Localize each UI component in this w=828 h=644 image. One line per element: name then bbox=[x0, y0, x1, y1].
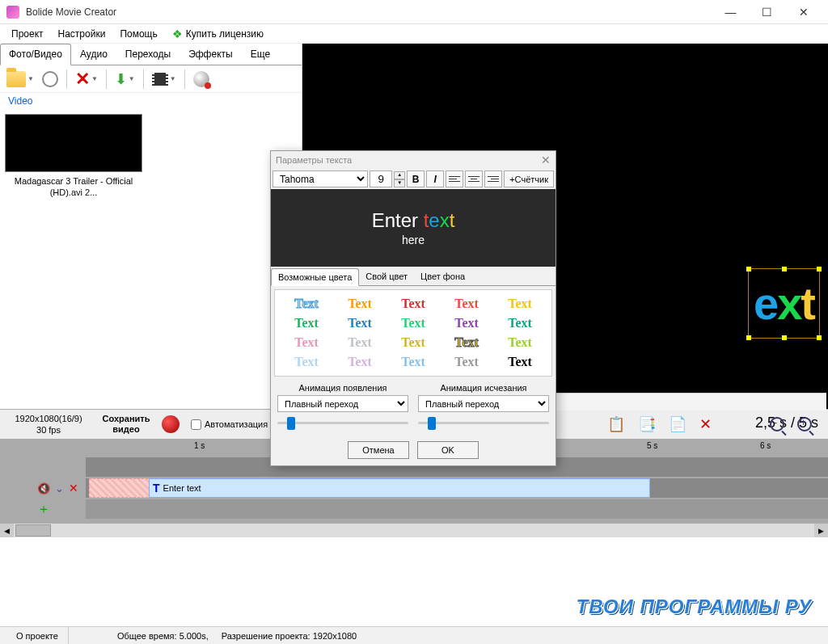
color-swatch[interactable]: Text bbox=[495, 335, 545, 350]
tab-color-presets[interactable]: Возможные цвета bbox=[271, 268, 359, 286]
scroll-right-button[interactable]: ▶ bbox=[814, 524, 828, 537]
tab-more[interactable]: Еще bbox=[242, 44, 279, 65]
menu-help[interactable]: Помощь bbox=[113, 26, 163, 42]
scroll-thumb[interactable] bbox=[15, 524, 51, 537]
text-clip[interactable]: T Enter text bbox=[149, 478, 650, 498]
color-swatch[interactable]: Text bbox=[335, 335, 385, 350]
dialog-titlebar[interactable]: Параметры текста ✕ bbox=[271, 151, 556, 169]
color-swatch[interactable]: Text bbox=[281, 297, 332, 311]
automation-input[interactable] bbox=[191, 419, 201, 430]
slider-thumb[interactable] bbox=[428, 417, 436, 430]
cancel-button[interactable]: Отмена bbox=[348, 441, 409, 459]
color-tabs: Возможные цвета Свой цвет Цвет фона bbox=[271, 268, 556, 286]
anim-in-select[interactable]: Плавный переход bbox=[277, 395, 408, 412]
resize-handle[interactable] bbox=[746, 267, 751, 271]
color-swatch[interactable]: Text bbox=[388, 297, 438, 311]
close-button[interactable]: ✕ bbox=[785, 1, 822, 23]
resize-handle[interactable] bbox=[817, 267, 822, 271]
font-select[interactable]: Tahoma bbox=[272, 170, 368, 187]
minimize-button[interactable]: — bbox=[712, 1, 749, 23]
italic-button[interactable]: I bbox=[426, 170, 444, 187]
menu-settings[interactable]: Настройки bbox=[52, 26, 112, 42]
add-track-icon[interactable]: ＋ bbox=[37, 501, 50, 518]
tab-transitions[interactable]: Переходы bbox=[116, 44, 180, 65]
anim-in-slider[interactable] bbox=[277, 415, 408, 431]
zoom-in-icon[interactable]: + bbox=[797, 417, 812, 431]
color-swatch[interactable]: Text bbox=[388, 335, 438, 350]
tab-custom-color[interactable]: Свой цвет bbox=[359, 268, 414, 285]
text-preview[interactable]: Enter text here bbox=[271, 189, 556, 267]
film-icon bbox=[152, 73, 168, 86]
align-left-button[interactable] bbox=[446, 170, 463, 187]
font-size-input[interactable] bbox=[370, 170, 392, 187]
resize-handle[interactable] bbox=[782, 267, 787, 271]
film-button[interactable]: ▼ bbox=[150, 71, 178, 87]
record-button[interactable] bbox=[162, 415, 180, 433]
resize-handle[interactable] bbox=[746, 335, 751, 340]
color-swatch[interactable]: Text bbox=[281, 355, 332, 369]
folder-icon bbox=[6, 71, 26, 87]
anim-in-column: Анимация появления Плавный переход bbox=[277, 383, 408, 431]
section-label: Video bbox=[0, 93, 302, 109]
align-right-button[interactable] bbox=[484, 170, 502, 187]
resize-handle[interactable] bbox=[817, 335, 822, 340]
media-item[interactable]: Madagascar 3 Trailer - Official (HD).avi… bbox=[5, 114, 142, 202]
track-body[interactable] bbox=[86, 499, 828, 519]
open-folder-button[interactable]: ▼ bbox=[5, 69, 36, 89]
bold-button[interactable]: B bbox=[407, 170, 425, 187]
color-swatch[interactable]: Text bbox=[441, 316, 492, 330]
color-swatch[interactable]: Text bbox=[388, 355, 438, 369]
recent-button[interactable] bbox=[40, 69, 60, 89]
color-swatch[interactable]: Text bbox=[281, 335, 332, 350]
tab-effects[interactable]: Эффекты bbox=[180, 44, 242, 65]
color-swatch[interactable]: Text bbox=[335, 355, 385, 369]
color-swatch[interactable]: Text bbox=[335, 316, 385, 330]
color-swatch[interactable]: Text bbox=[335, 297, 385, 311]
align-center-button[interactable] bbox=[465, 170, 483, 187]
anim-out-slider[interactable] bbox=[418, 415, 549, 431]
chevrons-icon[interactable]: ⌄ bbox=[55, 482, 64, 495]
project-resolution: 1920x1080(16/9) bbox=[0, 413, 97, 424]
download-button[interactable]: ⬇▼ bbox=[113, 69, 137, 90]
scroll-left-button[interactable]: ◀ bbox=[0, 524, 14, 537]
horizontal-scrollbar[interactable]: ◀ ▶ bbox=[0, 524, 828, 537]
webcam-button[interactable] bbox=[192, 69, 211, 89]
color-swatch[interactable]: Text bbox=[495, 316, 545, 330]
tab-photo-video[interactable]: Фото/Видео bbox=[0, 44, 71, 65]
status-about[interactable]: О проекте bbox=[6, 627, 69, 644]
dialog-title: Параметры текста bbox=[276, 155, 352, 165]
color-swatch[interactable]: Text bbox=[495, 297, 545, 311]
color-swatch[interactable]: Text bbox=[441, 297, 492, 311]
slider-thumb[interactable] bbox=[287, 417, 295, 430]
save-video-button[interactable]: Сохранить видео bbox=[97, 414, 155, 435]
spin-down[interactable]: ▼ bbox=[394, 179, 405, 187]
tab-bg-color[interactable]: Цвет фона bbox=[414, 268, 471, 285]
color-swatch[interactable]: Text bbox=[495, 355, 545, 369]
menubar: Проект Настройки Помощь ❖ Купить лицензи… bbox=[0, 24, 828, 44]
resize-handle[interactable] bbox=[782, 335, 787, 340]
color-swatch[interactable]: Text bbox=[441, 335, 492, 350]
anim-out-select[interactable]: Плавный переход bbox=[418, 395, 549, 412]
automation-checkbox[interactable]: Автоматизация bbox=[191, 419, 268, 430]
status-resolution: Разрешение проекта: 1920x1080 bbox=[222, 631, 357, 641]
dialog-close-button[interactable]: ✕ bbox=[541, 154, 551, 166]
color-swatch[interactable]: Text bbox=[388, 316, 438, 330]
media-tabs: Фото/Видео Аудио Переходы Эффекты Еще bbox=[0, 44, 302, 65]
color-swatch[interactable]: Text bbox=[441, 355, 492, 369]
tab-audio[interactable]: Аудио bbox=[71, 44, 116, 65]
menu-buy-license[interactable]: ❖ Купить лицензию bbox=[166, 25, 270, 43]
ok-button[interactable]: OK bbox=[417, 441, 479, 459]
mute-icon[interactable]: 🔇 bbox=[37, 482, 50, 495]
spin-up[interactable]: ▲ bbox=[394, 171, 405, 179]
zoom-out-icon[interactable]: - bbox=[770, 417, 784, 431]
track-body[interactable]: T Enter text bbox=[86, 478, 828, 498]
color-swatch[interactable]: Text bbox=[281, 316, 332, 330]
text-overlay-box[interactable]: ext bbox=[748, 268, 820, 339]
clock-icon bbox=[42, 71, 58, 87]
chevron-down-icon: ▼ bbox=[129, 75, 135, 82]
remove-track-icon[interactable]: ✕ bbox=[69, 482, 78, 495]
delete-button[interactable]: ✕▼ bbox=[74, 67, 99, 91]
counter-button[interactable]: +Счётчик bbox=[504, 170, 554, 187]
menu-project[interactable]: Проект bbox=[5, 26, 50, 42]
maximize-button[interactable]: ☐ bbox=[749, 1, 785, 23]
